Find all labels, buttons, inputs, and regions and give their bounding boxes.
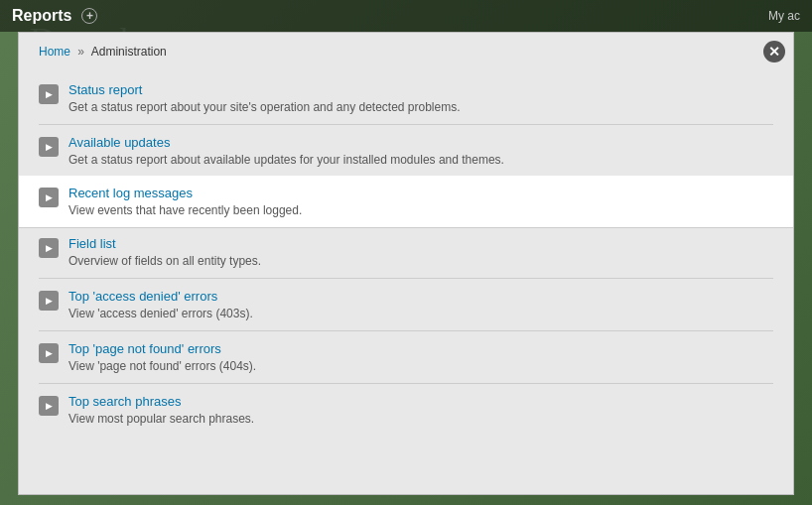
reports-modal: ✕ Home » Administration Status report Ge… — [18, 32, 794, 495]
report-text-status-report: Status report Get a status report about … — [68, 82, 773, 114]
top-bar-title: Reports + — [12, 7, 97, 25]
reports-title: Reports — [12, 7, 71, 25]
report-title-top-page-not-found[interactable]: Top 'page not found' errors — [68, 341, 221, 356]
report-text-recent-log-messages: Recent log messages View events that hav… — [68, 186, 773, 217]
report-text-available-updates: Available updates Get a status report ab… — [68, 135, 773, 167]
breadcrumb-home[interactable]: Home — [39, 45, 70, 59]
add-report-button[interactable]: + — [81, 8, 97, 24]
report-item-available-updates: Available updates Get a status report ab… — [39, 125, 773, 178]
report-item-top-access-denied: Top 'access denied' errors View 'access … — [39, 279, 773, 331]
report-desc-field-list: Overview of fields on all entity types. — [68, 254, 773, 268]
report-list: Status report Get a status report about … — [39, 72, 773, 436]
arrow-button-available-updates[interactable] — [39, 137, 59, 157]
report-item-recent-log-messages: Recent log messages View events that hav… — [19, 176, 793, 228]
modal-content: Home » Administration Status report Get … — [19, 33, 793, 494]
report-title-available-updates[interactable]: Available updates — [68, 135, 170, 150]
top-bar: Reports + My ac — [0, 0, 812, 32]
report-text-field-list: Field list Overview of fields on all ent… — [68, 236, 773, 268]
report-item-top-page-not-found: Top 'page not found' errors View 'page n… — [39, 331, 773, 384]
report-title-top-search-phrases[interactable]: Top search phrases — [68, 394, 181, 409]
close-button[interactable]: ✕ — [763, 41, 785, 63]
arrow-button-top-page-not-found[interactable] — [39, 343, 59, 363]
report-text-top-access-denied: Top 'access denied' errors View 'access … — [68, 289, 773, 320]
top-bar-user: My ac — [768, 9, 800, 23]
report-desc-recent-log-messages: View events that have recently been logg… — [68, 203, 773, 217]
report-title-status-report[interactable]: Status report — [68, 82, 142, 97]
report-desc-top-search-phrases: View most popular search phrases. — [68, 412, 773, 426]
arrow-button-field-list[interactable] — [39, 238, 59, 258]
report-item-status-report: Status report Get a status report about … — [39, 72, 773, 125]
arrow-button-top-search-phrases[interactable] — [39, 396, 59, 416]
report-desc-top-page-not-found: View 'page not found' errors (404s). — [68, 359, 773, 373]
arrow-button-status-report[interactable] — [39, 84, 59, 104]
arrow-button-recent-log-messages[interactable] — [39, 188, 59, 207]
report-item-field-list: Field list Overview of fields on all ent… — [39, 226, 773, 279]
arrow-button-top-access-denied[interactable] — [39, 291, 59, 311]
report-desc-available-updates: Get a status report about available upda… — [68, 153, 773, 167]
report-title-recent-log-messages[interactable]: Recent log messages — [68, 186, 193, 200]
breadcrumb-admin: Administration — [91, 45, 167, 59]
report-item-top-search-phrases: Top search phrases View most popular sea… — [39, 384, 773, 436]
report-desc-top-access-denied: View 'access denied' errors (403s). — [68, 307, 773, 320]
report-text-top-search-phrases: Top search phrases View most popular sea… — [68, 394, 773, 426]
report-title-field-list[interactable]: Field list — [68, 236, 116, 251]
breadcrumb-separator: » — [77, 45, 84, 59]
breadcrumb: Home » Administration — [39, 45, 773, 59]
report-text-top-page-not-found: Top 'page not found' errors View 'page n… — [68, 341, 773, 373]
report-title-top-access-denied[interactable]: Top 'access denied' errors — [68, 289, 217, 304]
report-desc-status-report: Get a status report about your site's op… — [68, 100, 773, 114]
